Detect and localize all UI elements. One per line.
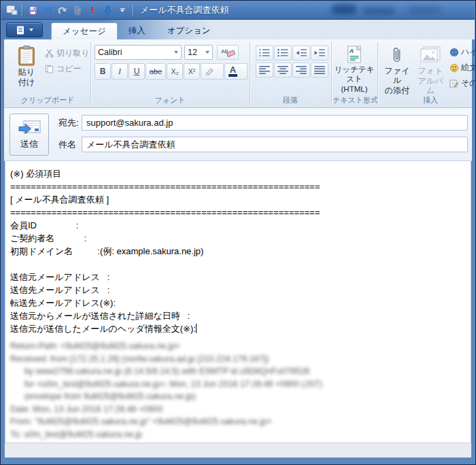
- redacted-area: [408, 7, 441, 14]
- body-line: ========================================…: [10, 206, 466, 219]
- font-color-button[interactable]: A: [224, 63, 248, 80]
- app-icon[interactable]: [5, 4, 18, 16]
- align-left-button[interactable]: [256, 63, 273, 78]
- header-line: by www2798.sakura.ne.jp (8.14.5/8.14.5) …: [10, 365, 466, 378]
- bullet-list-button[interactable]: [274, 46, 292, 61]
- send-button[interactable]: 送信: [10, 114, 49, 156]
- hyperlink-label: ハイパーリンク: [461, 46, 476, 58]
- title-bar: ! メール不具合調査依頼: [1, 1, 475, 20]
- group-paragraph: 段落: [251, 41, 330, 107]
- group-label-paragraph: 段落: [251, 95, 330, 105]
- group-divider: [90, 42, 91, 103]
- numbered-list-button[interactable]: [256, 46, 273, 61]
- font-size-value: 12: [188, 48, 197, 57]
- italic-button[interactable]: I: [112, 63, 128, 80]
- highlight-button[interactable]: [201, 63, 224, 80]
- header-line: To: u0m_test@9uM25.sakura.ne.jp: [10, 428, 466, 441]
- copy-button[interactable]: コピー: [45, 63, 82, 75]
- group-label-insert: 挿入: [403, 95, 458, 105]
- attach-file-label: の添付: [385, 86, 409, 95]
- rich-text-label: (HTML): [341, 84, 368, 94]
- body-line: 会員ID :: [10, 219, 466, 232]
- subject-field[interactable]: [82, 137, 468, 152]
- message-body-editor[interactable]: (※) 必須項目 ===============================…: [5, 161, 471, 443]
- photo-album-button[interactable]: フォト アルバム: [414, 42, 447, 94]
- copy-label: コピー: [56, 63, 82, 75]
- clear-formatting-button[interactable]: AB: [217, 45, 239, 60]
- rich-text-icon: A: [346, 45, 362, 64]
- photo-album-label: アルバム: [415, 76, 446, 95]
- low-priority-icon[interactable]: [101, 4, 114, 16]
- subscript-button[interactable]: X₂: [167, 63, 183, 80]
- tab-options[interactable]: オプション: [156, 22, 222, 39]
- body-line: 送信先メールアドレス :: [10, 283, 466, 296]
- blurred-header-block: Return-Path: <9uM25@9uM25.sakura.ne.jp> …: [10, 340, 466, 441]
- increase-indent-button[interactable]: [311, 46, 328, 61]
- font-size-select[interactable]: 12: [184, 45, 213, 60]
- to-label: 宛先:: [58, 117, 79, 129]
- cut-button[interactable]: 切り取り: [45, 48, 90, 59]
- rich-text-label: リッチテキスト: [334, 65, 375, 84]
- undo-icon[interactable]: [41, 4, 54, 16]
- paste-label: 付け: [18, 78, 35, 87]
- redacted-area: [332, 5, 356, 14]
- body-line: 送信元からメールが送信された詳細な日時 :: [10, 309, 466, 322]
- decrease-indent-button[interactable]: [292, 46, 310, 61]
- tab-message[interactable]: メッセージ: [51, 22, 118, 39]
- copy-icon: [45, 65, 54, 73]
- file-menu-button[interactable]: [6, 22, 43, 37]
- qat-customize-icon[interactable]: [116, 4, 129, 16]
- paste-label: 貼り: [18, 67, 35, 77]
- superscript-button[interactable]: X²: [184, 63, 200, 80]
- cut-label: 切り取り: [56, 48, 90, 59]
- paste-button[interactable]: 貼り 付け: [11, 42, 42, 94]
- rich-text-button[interactable]: A リッチテキスト (HTML): [333, 42, 375, 94]
- to-field[interactable]: [82, 115, 468, 131]
- body-line: ご契約者名 :: [10, 232, 466, 245]
- redo-icon[interactable]: [56, 4, 69, 16]
- group-divider: [250, 42, 250, 103]
- header-line: Return-Path: <9uM25@9uM25.sakura.ne.jp>: [10, 340, 466, 353]
- header-line: Received: from [172.25.1.29] (osnfw.saku…: [10, 353, 466, 366]
- window-title: メール不具合調査依頼: [140, 4, 229, 16]
- body-line: [ メール不具合調査依頼 ]: [10, 193, 466, 206]
- other-insert-label: その他: [461, 78, 476, 89]
- group-divider: [331, 42, 332, 103]
- font-family-value: Calibri: [98, 48, 122, 57]
- group-clipboard: 貼り 付け 切り取り コピー クリップボード: [5, 41, 90, 107]
- group-divider: [377, 42, 378, 103]
- ribbon-tab-row: メッセージ 挿入 オプション: [1, 20, 475, 39]
- hyperlink-icon: [449, 48, 459, 57]
- attach-file-button[interactable]: ファイル の添付: [381, 42, 413, 94]
- send-label: 送信: [20, 138, 38, 150]
- attach-icon[interactable]: [71, 4, 84, 16]
- text-cursor: [196, 324, 197, 333]
- attach-file-icon: [391, 45, 403, 65]
- other-insert-button[interactable]: その他: [449, 78, 476, 89]
- body-line: ========================================…: [10, 180, 466, 193]
- underline-button[interactable]: U: [129, 63, 145, 80]
- hyperlink-button[interactable]: ハイパーリンク: [449, 46, 476, 58]
- quick-access-toolbar: !: [5, 4, 135, 16]
- save-icon[interactable]: [27, 4, 39, 16]
- separator: [133, 5, 133, 16]
- body-line: [10, 258, 466, 271]
- font-family-select[interactable]: Calibri: [95, 45, 182, 60]
- send-icon: [17, 119, 41, 137]
- align-center-button[interactable]: [274, 63, 292, 78]
- strikethrough-button[interactable]: abe: [146, 63, 166, 80]
- justify-button[interactable]: [311, 63, 328, 78]
- body-line: 送信元メールアドレス :: [10, 271, 466, 283]
- bold-button[interactable]: B: [95, 63, 111, 80]
- group-label-text-format: テキスト形式: [333, 95, 376, 105]
- high-priority-icon[interactable]: !: [86, 4, 99, 16]
- group-label-clipboard: クリップボード: [5, 95, 90, 105]
- other-insert-icon: [449, 79, 459, 88]
- tab-insert[interactable]: 挿入: [118, 22, 156, 39]
- body-line: 送信元が送信したメールのヘッダ情報全文(※):: [10, 322, 466, 335]
- redacted-area: [363, 8, 394, 14]
- emoji-label: 絵文字: [461, 62, 476, 73]
- emoji-button[interactable]: 絵文字: [449, 62, 476, 73]
- align-right-button[interactable]: [292, 63, 310, 78]
- group-text-format: A リッチテキスト (HTML) テキスト形式: [333, 41, 376, 107]
